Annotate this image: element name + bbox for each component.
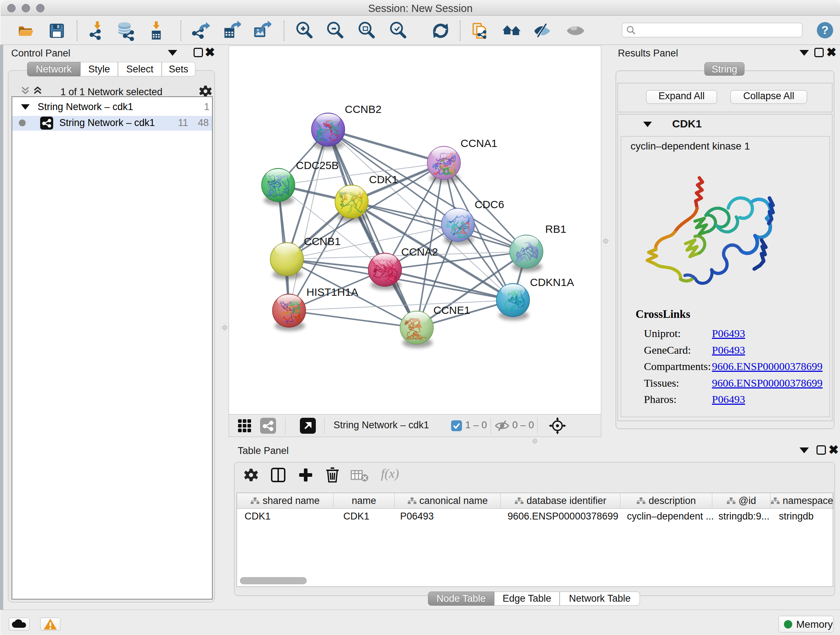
svg-text:CCNA2: CCNA2: [401, 246, 438, 258]
svg-text:CCNB1: CCNB1: [304, 235, 341, 247]
svg-text:CDC25B: CDC25B: [296, 159, 339, 171]
svg-text:HIST1H1A: HIST1H1A: [306, 286, 358, 298]
svg-text:CCNE1: CCNE1: [433, 304, 470, 316]
svg-text:CDK1: CDK1: [369, 173, 398, 185]
svg-text:CDC6: CDC6: [475, 198, 504, 211]
svg-text:CCNA1: CCNA1: [461, 137, 497, 149]
svg-text:RB1: RB1: [545, 223, 566, 235]
svg-text:CDKN1A: CDKN1A: [530, 276, 574, 288]
svg-text:CCNB2: CCNB2: [345, 103, 382, 115]
